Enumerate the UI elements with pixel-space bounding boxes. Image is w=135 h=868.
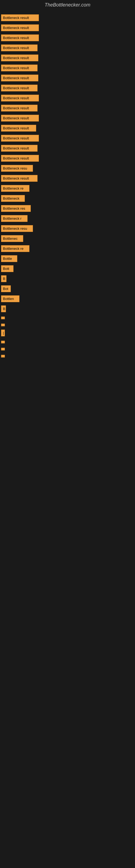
bar-row — [0, 315, 135, 321]
bottleneck-bar: Bottleneck result — [1, 85, 38, 91]
bottleneck-bar: Bottleneck resu — [1, 225, 33, 232]
bar-row: Bottleneck res — [0, 205, 135, 214]
bottleneck-bar: B — [1, 275, 6, 282]
bars-container: Bottleneck resultBottleneck resultBottle… — [0, 10, 135, 363]
bottleneck-bar: Bottleneck r — [1, 215, 28, 222]
bottleneck-bar — [1, 341, 5, 343]
bar-row: Bot — [0, 285, 135, 294]
bar-row: Bottle — [0, 255, 135, 264]
bar-row: Bottleneck result — [0, 24, 135, 33]
bar-row: Bottleneck result — [0, 14, 135, 23]
bottleneck-bar: Bottlenec — [1, 235, 23, 242]
bottleneck-bar — [1, 348, 5, 350]
bottleneck-bar: Bottleneck result — [1, 34, 39, 41]
bottleneck-bar: Bottleneck — [1, 195, 25, 202]
bar-row: | — [0, 329, 135, 338]
bottleneck-bar — [1, 316, 5, 319]
bottleneck-bar: Bottleneck result — [1, 24, 39, 31]
bottleneck-bar: Bottleneck result — [1, 95, 39, 101]
bottleneck-bar: Bottleneck result — [1, 105, 38, 112]
bar-row: Bottlenec — [0, 235, 135, 244]
bar-row: Bottleneck result — [0, 124, 135, 133]
bar-row: Bottleneck result — [0, 84, 135, 93]
bottleneck-bar: Bottleneck result — [1, 145, 38, 152]
bar-row: Bottleneck result — [0, 64, 135, 73]
bottleneck-bar: Bot — [1, 285, 11, 292]
bar-row: Bottleneck result — [0, 74, 135, 83]
bar-row: Bottleneck result — [0, 154, 135, 163]
bar-row: Bottlen — [0, 295, 135, 304]
bar-row — [0, 353, 135, 359]
bottleneck-bar — [1, 323, 5, 326]
bar-row: Bottleneck result — [0, 144, 135, 153]
bottleneck-bar: Bottleneck result — [1, 155, 39, 162]
bottleneck-bar: Bottleneck res — [1, 205, 31, 212]
bottleneck-bar: Bottle — [1, 255, 17, 262]
bar-row: Bottleneck — [0, 194, 135, 204]
site-title: TheBottlenecker.com — [0, 0, 135, 10]
bottleneck-bar: | — [1, 330, 5, 336]
bottleneck-bar: Bottleneck re — [1, 245, 30, 252]
bar-row: Bottleneck result — [0, 114, 135, 123]
bar-row: Bottleneck result — [0, 54, 135, 63]
bar-row: Bottleneck re — [0, 184, 135, 193]
bar-row: Bottleneck result — [0, 104, 135, 113]
bottleneck-bar: Bott — [1, 265, 13, 272]
bar-row — [0, 346, 135, 352]
bar-row: Bottleneck result — [0, 134, 135, 143]
bottleneck-bar: Bottleneck result — [1, 135, 39, 142]
bottleneck-bar: Bottleneck result — [1, 14, 39, 21]
bottleneck-bar: Bottlen — [1, 296, 19, 302]
bar-row: B — [0, 275, 135, 284]
bottleneck-bar: Bottleneck result — [1, 65, 38, 71]
bottleneck-bar: Bottleneck result — [1, 55, 38, 61]
bottleneck-bar: Bottleneck result — [1, 74, 38, 82]
bottleneck-bar: Bottleneck result — [1, 125, 36, 131]
bottleneck-bar: B — [1, 305, 6, 312]
bar-row: Bottleneck re — [0, 245, 135, 254]
bar-row: B — [0, 305, 135, 314]
bar-row — [0, 322, 135, 328]
bottleneck-bar: Bottleneck result — [1, 115, 39, 122]
bar-row: Bottleneck result — [0, 44, 135, 53]
bottleneck-bar: Bottleneck resu — [1, 165, 33, 172]
bar-row: Bottleneck resu — [0, 164, 135, 173]
bar-row: Bottleneck result — [0, 94, 135, 103]
bar-row — [0, 339, 135, 345]
bar-row: Bottleneck result — [0, 34, 135, 43]
bottleneck-bar: Bottleneck result — [1, 44, 38, 51]
bottleneck-bar: Bottleneck re — [1, 185, 30, 192]
bottleneck-bar: Bottleneck result — [1, 175, 38, 182]
bar-row: Bott — [0, 265, 135, 274]
bar-row: Bottleneck resu — [0, 225, 135, 234]
bottleneck-bar — [1, 355, 5, 358]
bar-row: Bottleneck result — [0, 175, 135, 183]
bar-row: Bottleneck r — [0, 215, 135, 223]
